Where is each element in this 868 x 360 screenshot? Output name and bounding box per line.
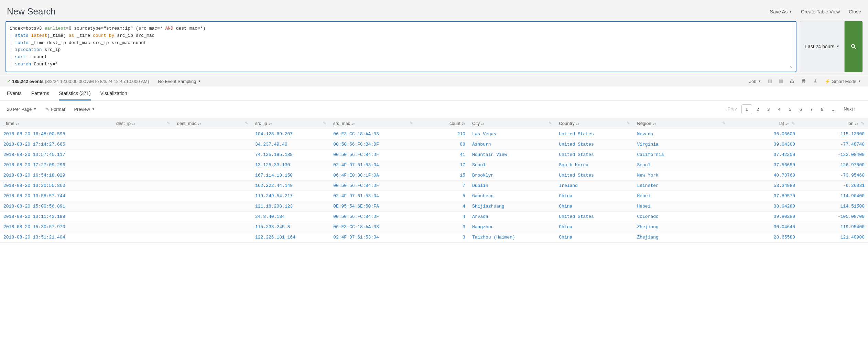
cell-region[interactable]: New York	[633, 170, 729, 180]
table-row[interactable]: 2018-08-20 15:00:56.891121.18.238.1230E:…	[0, 201, 868, 211]
page-3[interactable]: 3	[763, 105, 773, 114]
smart-mode-dropdown[interactable]: ⚡ Smart Mode ▼	[825, 79, 861, 84]
cell-dest_mac[interactable]	[174, 180, 252, 191]
cell-lon[interactable]: -115.13800	[799, 129, 868, 139]
cell-city[interactable]: Arvada	[469, 211, 555, 222]
cell-src_ip[interactable]: 121.18.238.123	[252, 201, 330, 211]
cell-count[interactable]: 3	[416, 232, 468, 242]
cell-city[interactable]: Las Vegas	[469, 129, 555, 139]
time-range-picker[interactable]: Last 24 hours ▼	[800, 21, 845, 72]
cell-time[interactable]: 2018-08-20 13:58:57.744	[0, 191, 113, 201]
cell-time[interactable]: 2018-08-20 13:20:55.860	[0, 180, 113, 191]
cell-city[interactable]: Gaocheng	[469, 191, 555, 201]
cell-time[interactable]: 2018-08-20 13:11:43.199	[0, 211, 113, 222]
print-icon[interactable]	[801, 79, 806, 84]
cell-dest_mac[interactable]	[174, 129, 252, 139]
cell-src_mac[interactable]: 00:50:56:FC:B4:DF	[330, 149, 416, 160]
col-country[interactable]: Country▴▾✎	[555, 118, 633, 129]
page-8[interactable]: 8	[817, 105, 827, 114]
cell-dest_ip[interactable]	[113, 191, 174, 201]
job-menu[interactable]: Job ▼	[749, 79, 761, 84]
cell-country[interactable]: United States	[555, 170, 633, 180]
cell-count[interactable]: 210	[416, 129, 468, 139]
table-row[interactable]: 2018-08-20 13:58:57.744119.249.54.21702:…	[0, 191, 868, 201]
table-row[interactable]: 2018-08-20 13:20:55.860162.222.44.14900:…	[0, 180, 868, 191]
cell-dest_ip[interactable]	[113, 139, 174, 149]
pencil-icon[interactable]: ✎	[549, 121, 552, 126]
table-row[interactable]: 2018-08-20 13:51:21.404122.226.181.16402…	[0, 232, 868, 242]
cell-time[interactable]: 2018-08-20 13:51:21.404	[0, 232, 113, 242]
cell-region[interactable]: Colorado	[633, 211, 729, 222]
cell-country[interactable]: China	[555, 222, 633, 232]
per-page-dropdown[interactable]: 20 Per Page ▼	[7, 107, 36, 112]
cell-src_mac[interactable]: 02:4F:D7:61:53:04	[330, 160, 416, 170]
cell-dest_ip[interactable]	[113, 129, 174, 139]
page-7[interactable]: 7	[806, 105, 816, 114]
cell-lon[interactable]: 114.51500	[799, 201, 868, 211]
pencil-icon[interactable]: ✎	[410, 121, 413, 126]
pencil-icon[interactable]: ✎	[627, 121, 630, 126]
cell-src_mac[interactable]: 00:50:56:FC:B4:DF	[330, 139, 416, 149]
cell-lat[interactable]: 36.06600	[729, 129, 799, 139]
save-as-button[interactable]: Save As ▼	[770, 9, 792, 14]
cell-country[interactable]: China	[555, 232, 633, 242]
cell-dest_ip[interactable]	[113, 211, 174, 222]
cell-city[interactable]: Ashburn	[469, 139, 555, 149]
cell-city[interactable]: Mountain View	[469, 149, 555, 160]
cell-src_ip[interactable]: 24.8.40.184	[252, 211, 330, 222]
col-lon[interactable]: lon▴▾ ✎	[799, 118, 868, 129]
col-dest-ip[interactable]: dest_ip▴▾✎	[113, 118, 174, 129]
cell-count[interactable]: 88	[416, 139, 468, 149]
page-5[interactable]: 5	[785, 105, 795, 114]
cell-src_ip[interactable]: 167.114.13.150	[252, 170, 330, 180]
cell-dest_ip[interactable]	[113, 170, 174, 180]
cell-lat[interactable]: 39.80280	[729, 211, 799, 222]
cell-lat[interactable]: 37.56650	[729, 160, 799, 170]
cell-lat[interactable]: 53.34980	[729, 180, 799, 191]
cell-dest_mac[interactable]	[174, 170, 252, 180]
cell-dest_mac[interactable]	[174, 211, 252, 222]
create-table-view-button[interactable]: Create Table View	[801, 9, 840, 14]
cell-dest_mac[interactable]	[174, 139, 252, 149]
table-row[interactable]: 2018-08-20 16:48:00.595104.128.69.20706:…	[0, 129, 868, 139]
cell-country[interactable]: South Korea	[555, 160, 633, 170]
pause-icon[interactable]	[768, 79, 772, 83]
col-count[interactable]: count▴▾✎	[416, 118, 468, 129]
cell-lon[interactable]: -77.48740	[799, 139, 868, 149]
cell-region[interactable]: Zhejiang	[633, 222, 729, 232]
cell-count[interactable]: 4	[416, 201, 468, 211]
cell-src_ip[interactable]: 119.249.54.217	[252, 191, 330, 201]
page-next[interactable]: Next〉	[840, 104, 861, 114]
cell-time[interactable]: 2018-08-20 17:14:27.665	[0, 139, 113, 149]
col-src-mac[interactable]: src_mac▴▾✎	[330, 118, 416, 129]
cell-country[interactable]: United States	[555, 139, 633, 149]
cell-country[interactable]: United States	[555, 149, 633, 160]
cell-dest_ip[interactable]	[113, 232, 174, 242]
page-2[interactable]: 2	[753, 105, 763, 114]
pencil-icon[interactable]: ✎	[722, 121, 726, 126]
chevron-down-icon[interactable]: ⌄	[790, 63, 792, 69]
cell-region[interactable]: Virginia	[633, 139, 729, 149]
cell-dest_mac[interactable]	[174, 222, 252, 232]
cell-count[interactable]: 5	[416, 191, 468, 201]
format-button[interactable]: ✎ Format	[45, 107, 65, 112]
cell-src_mac[interactable]: 00:50:56:FC:B4:DF	[330, 211, 416, 222]
cell-time[interactable]: 2018-08-20 15:00:56.891	[0, 201, 113, 211]
cell-region[interactable]: Hebei	[633, 201, 729, 211]
pencil-icon[interactable]: ✎	[861, 121, 865, 126]
pencil-icon[interactable]: ✎	[167, 121, 170, 126]
cell-city[interactable]: Seoul	[469, 160, 555, 170]
cell-dest_mac[interactable]	[174, 201, 252, 211]
cell-lon[interactable]: -122.08400	[799, 149, 868, 160]
page-prev[interactable]: 〈Prev	[719, 104, 741, 114]
table-row[interactable]: 2018-08-20 15:30:57.970115.238.245.806:E…	[0, 222, 868, 232]
cell-count[interactable]: 17	[416, 160, 468, 170]
cell-city[interactable]: Dublin	[469, 180, 555, 191]
cell-dest_ip[interactable]	[113, 149, 174, 160]
cell-lon[interactable]: 114.90400	[799, 191, 868, 201]
cell-country[interactable]: China	[555, 201, 633, 211]
col-dest-mac[interactable]: dest_mac▴▾✎	[174, 118, 252, 129]
cell-dest_ip[interactable]	[113, 180, 174, 191]
cell-lon[interactable]: 126.97800	[799, 160, 868, 170]
tab-patterns[interactable]: Patterns	[31, 91, 49, 100]
